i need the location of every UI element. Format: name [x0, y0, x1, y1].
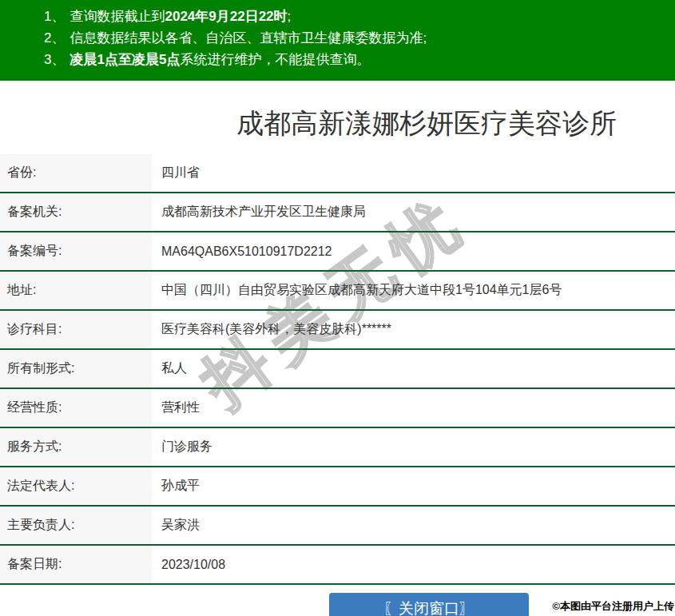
table-row-filing-number: 备案编号: MA64QAB6X51010917D2212	[0, 232, 675, 272]
row-value: 医疗美容科(美容外科，美容皮肤科)******	[152, 321, 675, 338]
row-label: 诊疗科目:	[0, 311, 152, 348]
row-value: 孙成平	[152, 478, 675, 495]
row-value: MA64QAB6X51010917D2212	[152, 244, 675, 259]
row-label: 省份:	[0, 154, 152, 192]
table-row-person-in-charge: 主要负责人: 吴家洪	[0, 507, 675, 546]
row-label: 地址:	[0, 272, 152, 309]
record-table: 省份: 四川省 备案机关: 成都高新技术产业开发区卫生健康局 备案编号: MA6…	[0, 154, 675, 585]
table-row-filing-authority: 备案机关: 成都高新技术产业开发区卫生健康局	[0, 193, 675, 232]
table-row-filing-date: 备案日期: 2023/10/08	[0, 546, 675, 585]
row-label: 备案编号:	[0, 232, 152, 270]
notice-line-3-bold: 凌晨1点至凌晨5点	[69, 52, 180, 67]
notice-line-3-suffix: 系统进行维护，不能提供查询。	[180, 52, 370, 67]
table-row-service-mode: 服务方式: 门诊服务	[0, 428, 675, 467]
row-value: 中国（四川）自由贸易实验区成都高新天府大道中段1号104单元1层6号	[152, 282, 675, 299]
row-value: 成都高新技术产业开发区卫生健康局	[152, 204, 675, 221]
table-row-address: 地址: 中国（四川）自由贸易实验区成都高新天府大道中段1号104单元1层6号	[0, 272, 675, 311]
row-value: 门诊服务	[152, 439, 675, 455]
table-row-province: 省份: 四川省	[0, 154, 675, 193]
notice-line-2-number: 2、	[44, 30, 65, 46]
row-value: 吴家洪	[152, 517, 675, 534]
row-label: 法定代表人:	[0, 467, 152, 505]
row-label: 经营性质:	[0, 389, 152, 427]
table-row-operating-nature: 经营性质: 营利性	[0, 389, 675, 428]
notice-line-1-suffix: ;	[288, 9, 292, 24]
row-label: 备案日期:	[0, 546, 152, 583]
row-value: 四川省	[152, 165, 675, 181]
table-row-ownership-form: 所有制形式: 私人	[0, 350, 675, 389]
table-row-medical-subjects: 诊疗科目: 医疗美容科(美容外科，美容皮肤科)******	[0, 311, 675, 350]
table-row-legal-representative: 法定代表人: 孙成平	[0, 467, 675, 507]
notice-line-2: 2、信息数据结果以各省、自治区、直辖市卫生健康委数据为准;	[44, 27, 667, 49]
notice-line-1-text: 查询数据截止到	[69, 9, 165, 24]
notice-line-1: 1、查询数据截止到2024年9月22日22时;	[44, 6, 667, 27]
notice-line-1-number: 1、	[44, 9, 65, 24]
notice-banner: 1、查询数据截止到2024年9月22日22时; 2、信息数据结果以各省、自治区、…	[0, 0, 675, 81]
row-value: 私人	[152, 360, 675, 377]
close-window-button[interactable]: 〖关闭窗口〗	[329, 593, 529, 616]
notice-line-3: 3、凌晨1点至凌晨5点系统进行维护，不能提供查询。	[44, 49, 667, 70]
row-label: 所有制形式:	[0, 350, 152, 387]
row-label: 备案机关:	[0, 193, 152, 231]
row-label: 服务方式:	[0, 428, 152, 466]
notice-line-2-text: 信息数据结果以各省、自治区、直辖市卫生健康委数据为准;	[69, 30, 427, 46]
notice-line-3-number: 3、	[44, 52, 65, 67]
page-title: 成都高新漾娜杉妍医疗美容诊所	[0, 107, 675, 139]
row-value: 营利性	[152, 399, 675, 416]
row-value: 2023/10/08	[152, 558, 675, 572]
notice-line-1-bold: 2024年9月22日22时	[165, 9, 287, 24]
row-label: 主要负责人:	[0, 507, 152, 544]
upload-credit-text: ©本图由平台注册用户上传	[552, 599, 674, 614]
